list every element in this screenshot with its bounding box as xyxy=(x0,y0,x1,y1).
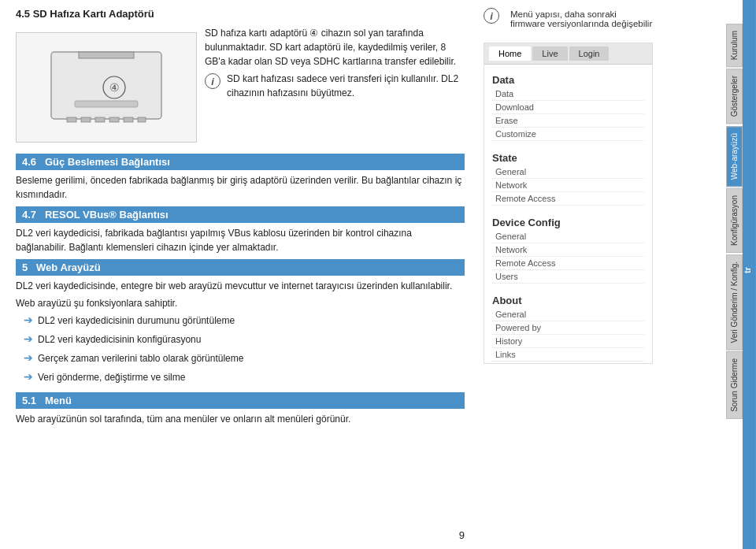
menu-about-category: About xyxy=(492,295,644,306)
menu-state-section: State General Network Remote Access xyxy=(484,143,652,207)
menu-about-item-3[interactable]: History xyxy=(492,335,644,348)
web-screenshot: Home Live Login Data Data Download Erase… xyxy=(484,43,653,364)
svg-text:④: ④ xyxy=(109,81,120,94)
svg-rect-10 xyxy=(138,117,146,122)
svg-rect-9 xyxy=(124,117,133,122)
menu-about-section: About General Powered by History Links xyxy=(484,285,652,363)
menu-data-item-2[interactable]: Download xyxy=(492,101,644,114)
menu-data-section: Data Data Download Erase Customize xyxy=(484,65,652,143)
bullet-item-3: ➔ Gerçek zaman verilerini tablo olarak g… xyxy=(24,351,465,369)
section-51-header: 5.1 Menü xyxy=(16,392,465,409)
info-icon-1: i xyxy=(205,73,220,89)
section-5-header: 5 Web Arayüzü xyxy=(16,259,465,276)
menu-state-item-3[interactable]: Remote Access xyxy=(492,192,644,206)
section-47-header: 4.7 RESOL VBus® Bağlantısı xyxy=(16,206,465,223)
tab-home[interactable]: Home xyxy=(489,46,531,61)
bullet-arrow-1: ➔ xyxy=(24,313,33,326)
menu-state-item-1[interactable]: General xyxy=(492,165,644,179)
menu-state-item-2[interactable]: Network xyxy=(492,179,644,192)
sidebar-tab-web-arayuzu[interactable]: Web-arayüzü xyxy=(726,126,743,187)
bullet-text-4: Veri gönderme, değiştirme ve silme xyxy=(38,370,185,384)
menu-device-config-item-2[interactable]: Network xyxy=(492,243,644,257)
web-tab-bar: Home Live Login xyxy=(484,43,652,65)
menu-data-item-1[interactable]: Data xyxy=(492,87,644,101)
svg-rect-6 xyxy=(81,117,91,122)
section-45-title: 4.5 SD Hafıza Kartı Adaptörü xyxy=(16,8,154,20)
menu-device-config-section: Device Config General Network Remote Acc… xyxy=(484,207,652,285)
sidebar-tab-gostergeler[interactable]: Göstergeler xyxy=(726,69,743,124)
bullet-text-1: DL2 veri kaydedicisinin durumunu görüntü… xyxy=(38,313,235,328)
bullet-item-1: ➔ DL2 veri kaydedicisinin durumunu görün… xyxy=(24,313,465,331)
svg-rect-8 xyxy=(109,117,119,122)
section-46-header: 4.6 Güç Beslemesi Bağlantısı xyxy=(16,154,465,170)
info-box-1: i SD kart hafızası sadece veri transferi… xyxy=(205,72,465,103)
bullet-item-4: ➔ Veri gönderme, değiştirme ve silme xyxy=(24,370,465,388)
bullet-item-2: ➔ DL2 veri kaydedicisinin konfigürasyonu xyxy=(24,332,465,350)
menu-state-category: State xyxy=(492,152,644,164)
bullet-text-2: DL2 veri kaydedicisinin konfigürasyonu xyxy=(38,332,201,347)
svg-rect-1 xyxy=(79,52,134,58)
page-number: 9 xyxy=(459,529,465,541)
bullet-text-3: Gerçek zaman verilerini tablo olarak gör… xyxy=(38,351,243,365)
lang-tab[interactable]: tr xyxy=(743,0,756,549)
bullet-arrow-3: ➔ xyxy=(24,351,33,364)
bullet-arrow-2: ➔ xyxy=(24,332,33,345)
para-51-text: Web arayüzünün sol tarafında, tüm ana me… xyxy=(16,412,465,426)
sd-card-image: ④ xyxy=(16,32,197,143)
bullet-arrow-4: ➔ xyxy=(24,370,33,383)
svg-rect-4 xyxy=(75,101,138,107)
sidebar-tab-veri-gonderim[interactable]: Veri Gönderim / Konfig. xyxy=(726,254,743,350)
menu-device-config-item-3[interactable]: Remote Access xyxy=(492,257,644,270)
main-content: 4.5 SD Hafıza Kartı Adaptörü ④ xyxy=(0,0,480,549)
para1-text: SD hafıza kartı adaptörü ④ cihazın sol y… xyxy=(205,26,465,69)
tab-live[interactable]: Live xyxy=(532,46,567,61)
svg-rect-7 xyxy=(95,117,105,122)
tab-login[interactable]: Login xyxy=(569,46,610,61)
menu-data-item-3[interactable]: Erase xyxy=(492,114,644,128)
sidebar-tab-kurulum[interactable]: Kurulum xyxy=(726,24,743,67)
para-5b-text: Web arayüzü şu fonksiyonlara sahiptir. xyxy=(16,296,465,310)
menu-about-item-2[interactable]: Powered by xyxy=(492,321,644,335)
info-note-text: SD kart hafızası sadece veri transferi i… xyxy=(227,72,465,100)
sidebar-tab-sorun-giderme[interactable]: Sorun Giderme xyxy=(726,351,743,419)
svg-rect-0 xyxy=(51,52,161,119)
para-47-text: DL2 veri kaydedicisi, fabrikada bağlantı… xyxy=(16,226,465,254)
right-panel: i Menü yapısı, daha sonraki firmware ver… xyxy=(480,0,756,549)
para-46-text: Besleme gerilimi, önceden fabrikada bağl… xyxy=(16,173,465,202)
menu-device-config-item-1[interactable]: General xyxy=(492,230,644,243)
para-5-text: DL2 veri kaydedicisinde, entegre bir web… xyxy=(16,279,465,293)
bullet-list: ➔ DL2 veri kaydedicisinin durumunu görün… xyxy=(16,313,465,388)
menu-data-category: Data xyxy=(492,74,644,86)
sidebar-tabs: Kurulum Göstergeler Web-arayüzü Konfigür… xyxy=(656,0,743,549)
menu-data-item-4[interactable]: Customize xyxy=(492,128,644,141)
menu-about-item-4[interactable]: Links xyxy=(492,348,644,362)
svg-rect-5 xyxy=(67,117,76,122)
info-line-top: Menü yapısı, daha sonraki firmware versi… xyxy=(510,9,653,28)
sidebar-tab-konfigurasyon[interactable]: Konfigürasyon xyxy=(726,188,743,253)
info-icon-top: i xyxy=(484,8,499,24)
menu-about-item-1[interactable]: General xyxy=(492,308,644,321)
menu-device-config-category: Device Config xyxy=(492,217,644,228)
menu-device-config-item-4[interactable]: Users xyxy=(492,270,644,284)
